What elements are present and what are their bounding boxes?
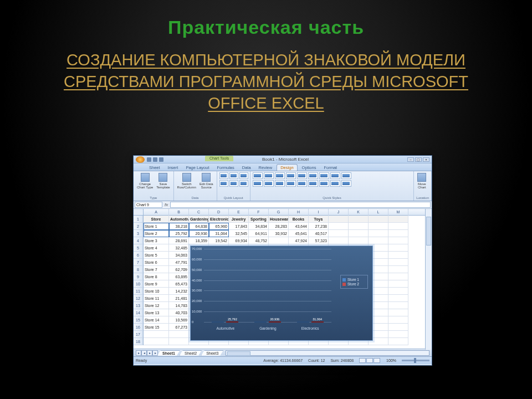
window-controls: – ▢ × xyxy=(407,157,429,162)
move-chart-button[interactable]: Move Chart xyxy=(416,172,427,190)
formula-input[interactable] xyxy=(170,202,431,208)
ribbon-tab-format[interactable]: Format xyxy=(320,165,340,171)
sheet-tab-bar: ▸◂▸▸ Sheet1Sheet2Sheet3 xyxy=(134,349,432,356)
window-title: Book1 - Microsoft Excel xyxy=(163,157,407,162)
chart-bar[interactable] xyxy=(297,321,309,323)
minimize-button[interactable]: – xyxy=(407,157,414,162)
ribbon-tab-options[interactable]: Options xyxy=(299,165,320,171)
excel-window: Chart Tools Book1 - Microsoft Excel – ▢ … xyxy=(133,155,432,366)
chart-bar[interactable] xyxy=(254,321,267,323)
ribbon-group-layouts: Quick Layout xyxy=(217,171,250,201)
ribbon-tab-formulas[interactable]: Formulas xyxy=(214,165,238,171)
maximize-button[interactable]: ▢ xyxy=(415,157,422,162)
status-bar: Ready Average: 41134.66667 Count: 12 Sum… xyxy=(134,356,432,364)
vertical-scrollbar[interactable] xyxy=(425,209,432,350)
chart-bar[interactable] xyxy=(212,321,224,323)
horizontal-scrollbar[interactable] xyxy=(226,350,429,356)
ribbon-group-data: Switch Row/Column Edit Data Source Data xyxy=(174,171,217,201)
ribbon-tab-insert[interactable]: Insert xyxy=(165,165,182,171)
chart-legend[interactable]: Store 1Store 2 xyxy=(340,275,368,289)
save-template-button[interactable]: Save Template xyxy=(155,172,171,190)
ribbon-tabs: SheetInsertPage LayoutFormulasDataReview… xyxy=(134,163,432,171)
edit-data-source-button[interactable]: Edit Data Source xyxy=(198,172,214,190)
status-average: Average: 41134.66667 xyxy=(263,359,303,362)
sheet-tab-sheet3[interactable]: Sheet3 xyxy=(201,350,223,356)
zoom-level[interactable]: 100% xyxy=(386,359,396,362)
quick-access-toolbar[interactable] xyxy=(147,157,163,162)
column-headers[interactable]: ABCDEFGHIJKLM xyxy=(144,209,425,216)
switch-row-column-button[interactable]: Switch Row/Column xyxy=(176,172,197,190)
zoom-slider[interactable] xyxy=(402,360,429,361)
slide: Практическая часть СОЗДАНИЕ КОМПЬЮТЕРНОЙ… xyxy=(0,0,532,399)
title-bar: Book1 - Microsoft Excel – ▢ × xyxy=(134,156,432,163)
slide-subtitle: СОЗДАНИЕ КОМПЬЮТЕРНОЙ ЗНАКОВОЙ МОДЕЛИ СР… xyxy=(44,49,488,114)
chart-bar[interactable]: 20,936 xyxy=(269,321,281,323)
ribbon-tab-page-layout[interactable]: Page Layout xyxy=(182,165,212,171)
ribbon-tab-design[interactable]: Design xyxy=(277,164,297,171)
chart-bar[interactable]: 25,792 xyxy=(226,321,238,323)
sheet-tab-sheet2[interactable]: Sheet2 xyxy=(180,350,202,356)
formula-bar: Chart 9 fx xyxy=(134,201,432,209)
ribbon-tab-data[interactable]: Data xyxy=(239,165,254,171)
chart-layouts-gallery[interactable] xyxy=(219,172,248,187)
close-button[interactable]: × xyxy=(423,157,429,162)
chart-styles-gallery[interactable] xyxy=(253,172,412,187)
office-button-icon[interactable] xyxy=(136,156,145,163)
chart-tools-context-tab: Chart Tools xyxy=(205,156,233,161)
slide-title: Практическая часть xyxy=(0,0,532,38)
status-ready: Ready xyxy=(136,359,147,362)
ribbon: Change Chart Type Save Template Type Swi… xyxy=(134,171,432,201)
chart-x-axis: AutomotiveGardeningElectronics xyxy=(204,326,331,330)
chart-plot-area: 010,00020,00030,00040,00050,00060,00070,… xyxy=(204,249,331,323)
view-buttons[interactable] xyxy=(359,358,381,364)
ribbon-tab-sheet[interactable]: Sheet xyxy=(146,165,163,171)
sheet-tab-sheet1[interactable]: Sheet1 xyxy=(157,350,180,356)
row-headers[interactable]: 123456789101112131415161718 xyxy=(134,216,144,345)
status-count: Count: 12 xyxy=(308,359,325,362)
sheet-nav-buttons[interactable]: ▸◂▸▸ xyxy=(136,350,158,356)
change-chart-type-button[interactable]: Change Chart Type xyxy=(136,172,154,190)
ribbon-group-type: Change Chart Type Save Template Type xyxy=(134,171,174,201)
status-sum: Sum: 246808 xyxy=(330,359,354,362)
ribbon-group-location: Move Chart Location xyxy=(414,171,432,201)
select-all-corner[interactable] xyxy=(134,209,144,216)
fx-icon[interactable]: fx xyxy=(165,202,168,207)
name-box[interactable]: Chart 9 xyxy=(135,202,162,208)
worksheet-area[interactable]: ABCDEFGHIJKLM 12345678910111213141516171… xyxy=(134,209,432,349)
embedded-chart[interactable]: 010,00020,00030,00040,00050,00060,00070,… xyxy=(190,245,373,341)
ribbon-tab-review[interactable]: Review xyxy=(255,165,276,171)
ribbon-group-styles: Quick Styles xyxy=(250,171,415,201)
chart-bar[interactable]: 31,064 xyxy=(311,321,324,323)
